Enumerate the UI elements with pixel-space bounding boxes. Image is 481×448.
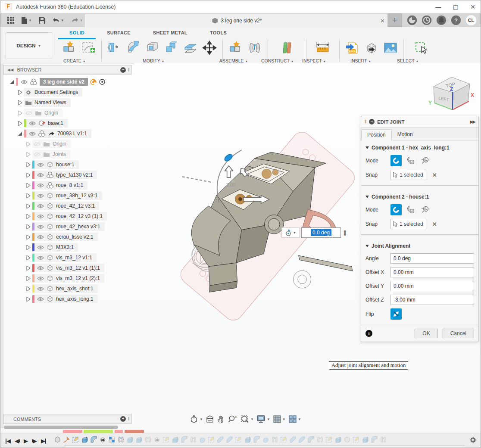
tree-row[interactable]: house:1 xyxy=(3,159,132,170)
timeline-feature-insert[interactable] xyxy=(99,436,106,443)
tab-position[interactable]: Position xyxy=(361,129,392,140)
data-panel-icon[interactable] xyxy=(7,17,14,24)
timeline-feature-chamfer[interactable] xyxy=(289,436,297,443)
tree-item-label[interactable]: Joints xyxy=(53,151,66,157)
select-label[interactable]: SELECT ▼ xyxy=(397,58,419,63)
angle-field[interactable]: 0.0 deg xyxy=(390,253,474,264)
translate-up-arrow[interactable] xyxy=(225,166,233,177)
play-button[interactable]: ▶ xyxy=(24,438,28,444)
visibility-on-icon[interactable] xyxy=(37,193,44,198)
create-label[interactable]: CREATE ▼ xyxy=(63,58,86,63)
expand-icon[interactable] xyxy=(26,224,31,229)
expand-icon[interactable] xyxy=(26,183,31,188)
mode-simple-magnifier-button[interactable] xyxy=(420,155,431,166)
browser-header[interactable]: ◀◀ BROWSER − ‖ xyxy=(3,65,132,75)
add-comment-icon[interactable]: + xyxy=(120,416,126,422)
collapse-icon[interactable] xyxy=(9,80,14,84)
tree-item-label[interactable]: M3X3:1 xyxy=(56,244,74,250)
press-pull-button[interactable] xyxy=(106,39,123,56)
timeline-feature-fillet[interactable] xyxy=(90,436,97,443)
expand-icon[interactable] xyxy=(26,162,31,167)
timeline-feature-extrude[interactable] xyxy=(81,436,88,443)
update-available-icon[interactable] xyxy=(90,79,97,85)
tree-row[interactable]: vis_m3_12 v1:1 xyxy=(3,252,132,263)
tree-row[interactable]: vis_m3_12 v1 (2):1 xyxy=(3,273,132,283)
timeline-feature-insert[interactable] xyxy=(153,436,161,443)
dialog-dock-icon[interactable]: ▶▶ xyxy=(470,119,475,124)
tab-tools[interactable]: TOOLS xyxy=(199,28,238,39)
visibility-on-icon[interactable] xyxy=(37,276,44,281)
create-sketch-button[interactable] xyxy=(80,39,97,56)
minimize-button[interactable]: — xyxy=(430,0,447,13)
tree-item-label[interactable]: house:1 xyxy=(56,162,75,168)
component2-header[interactable]: Component 2 - house:1 xyxy=(361,190,478,202)
tree-item-label[interactable]: Document Settings xyxy=(34,89,78,95)
rotate-handle[interactable] xyxy=(223,153,233,162)
timeline-group-bar[interactable] xyxy=(115,430,123,433)
expand-icon[interactable] xyxy=(26,245,31,250)
file-menu-icon[interactable]: ▼ xyxy=(21,17,32,24)
document-tab-close-icon[interactable]: ✕ xyxy=(380,18,385,24)
tree-item-label[interactable]: 3 leg one side v2 xyxy=(40,78,88,86)
expand-icon[interactable] xyxy=(26,255,31,260)
timeline-feature-fillet[interactable] xyxy=(307,436,315,443)
timeline-feature-extrude[interactable] xyxy=(172,436,179,443)
timeline-feature-sketch[interactable] xyxy=(72,436,79,443)
timeline-settings-gear-icon[interactable] xyxy=(469,436,477,444)
mode-simple-magnifier-button[interactable] xyxy=(420,204,431,215)
move-button[interactable] xyxy=(201,39,218,56)
timeline-feature-fillet[interactable] xyxy=(181,436,188,443)
undo-icon[interactable]: ▼ xyxy=(52,17,64,23)
browser-grip-icon[interactable]: ‖ xyxy=(128,68,130,72)
tree-item-label[interactable]: 70093 L v1:1 xyxy=(57,131,87,137)
offset-y-field[interactable]: 0.00 mm xyxy=(390,281,474,291)
construct-plane-button[interactable] xyxy=(278,39,296,56)
tree-item-label[interactable]: roue_42_12 v3:1 xyxy=(56,203,95,209)
timeline-feature-extrude[interactable] xyxy=(135,436,143,443)
expand-icon[interactable] xyxy=(26,152,31,157)
tree-item-label[interactable]: vis_m3_12 v1:1 xyxy=(56,255,92,261)
timeline-feature-sketch[interactable] xyxy=(162,436,170,443)
insert-svg-button[interactable]: SVG xyxy=(344,39,361,56)
extensions-icon[interactable] xyxy=(407,16,417,25)
insert-label[interactable]: INSERT ▼ xyxy=(350,58,371,63)
visibility-on-icon[interactable] xyxy=(29,131,36,136)
tree-item-label[interactable]: base:1 xyxy=(48,120,63,126)
expand-icon[interactable] xyxy=(26,266,31,271)
timeline-group-bar[interactable] xyxy=(63,430,82,433)
expand-icon[interactable] xyxy=(26,276,31,281)
fit-icon[interactable]: ▼ xyxy=(240,415,254,423)
tab-surface[interactable]: SURFACE xyxy=(96,28,142,39)
timeline-feature-joint[interactable] xyxy=(271,436,278,443)
tree-item-label[interactable]: roue_38h_12 v3:1 xyxy=(56,193,98,199)
tree-row[interactable]: Origin xyxy=(3,139,132,149)
view-cube[interactable]: TOP LEFT Y Z X xyxy=(425,70,479,115)
visibility-on-icon[interactable] xyxy=(37,297,44,302)
fillet-button[interactable] xyxy=(125,39,142,56)
dialog-minimize-icon[interactable]: − xyxy=(369,119,375,124)
tree-item-label[interactable]: hex_axis_shot:1 xyxy=(56,286,94,292)
visibility-on-icon[interactable] xyxy=(37,245,44,250)
visibility-on-icon[interactable] xyxy=(37,255,44,260)
expand-icon[interactable] xyxy=(26,204,31,208)
visibility-on-icon[interactable] xyxy=(37,204,44,208)
timeline-feature-sketch[interactable] xyxy=(325,436,333,443)
timeline-feature-chamfer[interactable] xyxy=(217,436,224,443)
viewports-icon[interactable]: ▼ xyxy=(288,415,301,423)
timeline-feature-form[interactable] xyxy=(262,436,269,443)
tree-row[interactable]: roue_38h_12 v3:1 xyxy=(3,190,132,201)
visibility-off-icon[interactable] xyxy=(25,111,33,115)
expand-icon[interactable] xyxy=(26,173,31,177)
activate-component-icon[interactable] xyxy=(99,79,105,85)
tree-row[interactable]: roue_42_hexa v3:1 xyxy=(3,221,132,232)
visibility-on-icon[interactable] xyxy=(37,235,44,240)
close-button[interactable]: ✕ xyxy=(464,0,481,13)
joint-motion-type-button[interactable]: ▼ xyxy=(281,227,300,238)
grid-and-snaps-icon[interactable]: ▼ xyxy=(273,415,286,423)
timeline-feature-extrude[interactable] xyxy=(126,436,134,443)
tree-row[interactable]: base:1 xyxy=(3,118,132,128)
comments-grip-icon[interactable]: ‖ xyxy=(128,417,130,421)
zoom-icon[interactable]: ± xyxy=(228,415,237,423)
step-back-button[interactable]: ◀ xyxy=(15,438,20,444)
insert-derive-button[interactable] xyxy=(363,39,380,56)
